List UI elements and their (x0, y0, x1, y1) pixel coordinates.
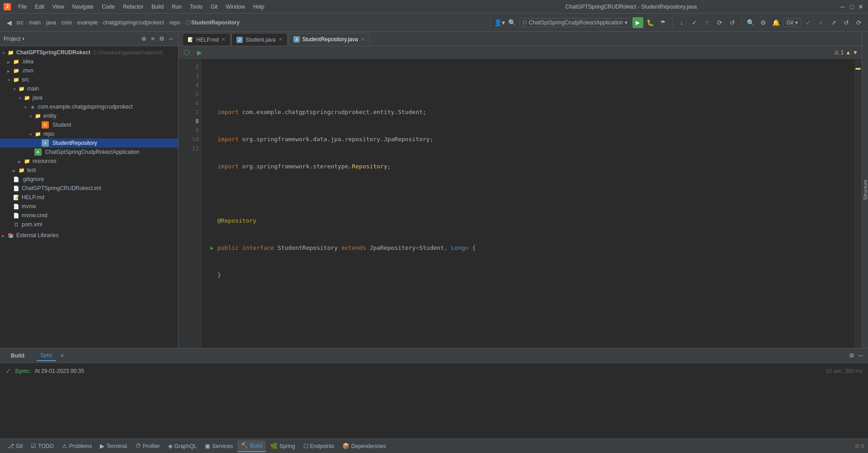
tree-item-app[interactable]: A ChatGptSpringCrudpRokectApplication (0, 148, 178, 157)
tree-item-iml[interactable]: 📄 ChatGPTSpringCRUDRokect.iml (0, 184, 178, 193)
warning-down-arrow[interactable]: ▼ (853, 49, 858, 56)
search-button[interactable]: 🔍 (745, 17, 756, 28)
tree-item-studentrepo[interactable]: I StudentRepository (0, 138, 178, 148)
breadcrumb-main[interactable]: main (29, 19, 41, 26)
vcs-dropdown[interactable]: ⬡ ChatGptSpringCrudpRokectApplication ▾ (519, 18, 631, 27)
bottom-spring-button[interactable]: 🌿 Spring (267, 440, 299, 452)
menu-item-window[interactable]: Window (222, 3, 249, 11)
revert-button[interactable]: ↺ (727, 17, 738, 28)
reload-btn[interactable]: ↺ (841, 17, 852, 28)
tab-studentrepo-close[interactable]: ✕ (361, 37, 365, 43)
menu-item-refactor[interactable]: Refactor (119, 3, 147, 11)
bottom-terminal-button[interactable]: ▶ Terminal (96, 440, 130, 452)
tree-item-repo[interactable]: 📁 repo (0, 129, 178, 138)
tree-item-idea[interactable]: 📁 .idea (0, 57, 178, 66)
build-close-icon[interactable]: ─ (857, 352, 864, 359)
bottom-profiler-button[interactable]: ⏱ Profiler (132, 440, 164, 452)
build-tab-close[interactable]: × (61, 353, 64, 359)
maximize-button[interactable]: □ (848, 3, 855, 10)
tree-item-package[interactable]: ◈ com.example.chatgptspringcrudprokect (0, 102, 178, 111)
tab-student-close[interactable]: ✕ (278, 37, 283, 43)
breadcrumb-java[interactable]: java (46, 19, 56, 26)
structure-btn[interactable]: ⬡ (182, 48, 191, 57)
structure-label[interactable]: Structure (862, 176, 868, 204)
checkmark2-button[interactable]: ✓ (816, 17, 826, 28)
tab-studentrepo[interactable]: J StudentRepository.java ✕ (288, 33, 370, 46)
tree-item-resources[interactable]: 📁 resources (0, 157, 178, 166)
menu-item-help[interactable]: Help (250, 3, 268, 11)
right-scrollbar[interactable] (854, 59, 862, 348)
breadcrumb-classname[interactable]: StudentRepository (191, 19, 240, 26)
settings-panel-icon[interactable]: ⚙ (158, 35, 165, 43)
bottom-services-button[interactable]: ▣ Services (201, 440, 236, 452)
tree-item-extlibs[interactable]: 📚 External Libraries (0, 231, 178, 240)
arrow-btn[interactable]: ↗ (828, 17, 839, 28)
tree-item-mvnw[interactable]: 📄 mvnw (0, 202, 178, 211)
build-tab-sync[interactable]: Sync (37, 350, 56, 361)
tree-item-java-folder[interactable]: 📁 java (0, 93, 178, 102)
breadcrumb-example[interactable]: example (77, 19, 98, 26)
tree-item-helpmd[interactable]: 📝 HELP.md (0, 193, 178, 202)
menu-item-navigate[interactable]: Navigate (69, 3, 97, 11)
breadcrumb-package[interactable]: chatgptspringcrudprokect (103, 19, 164, 26)
tree-item-root[interactable]: 📁 ChatGPTSpringCRUDRokect C:\Youtube\Egg… (0, 48, 178, 57)
breadcrumb-class[interactable]: ⬡ (186, 19, 190, 26)
git-dropdown[interactable]: Git ▾ (783, 18, 801, 27)
back-button[interactable]: ◀ (4, 17, 14, 28)
tree-item-mvnwcmd[interactable]: 📄 mvnw.cmd (0, 211, 178, 220)
menu-item-tools[interactable]: Tools (186, 3, 206, 11)
breadcrumb-repo[interactable]: repo (170, 19, 180, 26)
bottom-endpoints-button[interactable]: ⬡ Endpoints (300, 440, 338, 452)
collapse-icon[interactable]: ≡ (149, 35, 156, 43)
checkmark1-button[interactable]: ✓ (803, 17, 814, 28)
code-editor[interactable]: 2 3 4 5 6 7 8 9 10 11 import com.example… (179, 59, 862, 348)
bottom-build-button[interactable]: 🔨 Build (237, 440, 266, 452)
bottom-todo-button[interactable]: ☑ TODO (27, 440, 57, 452)
search-everywhere-button[interactable]: 🔍 (507, 17, 518, 28)
menu-item-code[interactable]: Code (98, 3, 118, 11)
tab-helpmd[interactable]: 📝 HELP.md ✕ (182, 33, 231, 46)
bottom-graphql-button[interactable]: ◈ GraphQL (165, 440, 200, 452)
tree-item-test[interactable]: 📁 test (0, 166, 178, 175)
tree-item-entity[interactable]: 📁 entity (0, 111, 178, 120)
settings-button[interactable]: ⚙ (758, 17, 769, 28)
breadcrumb-src[interactable]: src (16, 19, 24, 26)
tree-item-student[interactable]: C Student (0, 120, 178, 129)
sync-panel-icon[interactable]: ⊕ (140, 35, 147, 43)
breadcrumb-com[interactable]: com (61, 19, 72, 26)
debug-button[interactable]: 🐛 (645, 17, 656, 28)
warning-up-arrow[interactable]: ▲ (845, 49, 851, 56)
tab-student[interactable]: J Student.java ✕ (231, 33, 288, 46)
tree-item-mvn[interactable]: 📁 .mvn (0, 66, 178, 75)
project-dropdown[interactable]: ▾ (22, 36, 24, 41)
run-gutter-icon[interactable]: ▶ (210, 243, 213, 253)
profile-button[interactable]: 👤▾ (494, 17, 505, 28)
build-settings-icon[interactable]: ⚙ (848, 352, 855, 359)
code-content[interactable]: import com.example.chatgptspringcrudprok… (201, 59, 854, 348)
refresh-btn[interactable]: ⟳ (854, 17, 864, 28)
coverage-button[interactable]: ☂ (658, 17, 669, 28)
bottom-dependencies-button[interactable]: 📦 Dependencies (339, 440, 390, 452)
close-panel-icon[interactable]: ─ (167, 35, 175, 43)
tab-helpmd-close[interactable]: ✕ (222, 37, 226, 43)
menu-item-edit[interactable]: Edit (31, 3, 48, 11)
run-file-btn[interactable]: ▶ (195, 48, 204, 57)
close-button[interactable]: ✕ (857, 3, 864, 10)
tree-item-src[interactable]: 📁 src (0, 75, 178, 84)
bottom-problems-button[interactable]: ⚠ Problems (58, 440, 96, 452)
update-button[interactable]: ↓ (676, 17, 687, 28)
tree-item-main[interactable]: 📁 main (0, 84, 178, 93)
commit-button[interactable]: ✓ (689, 17, 700, 28)
tree-item-gitignore[interactable]: 📄 .gitignore (0, 175, 178, 184)
menu-item-run[interactable]: Run (168, 3, 185, 11)
menu-item-view[interactable]: View (49, 3, 68, 11)
tree-item-pomxml[interactable]: 🗋 pom.xml (0, 220, 178, 229)
history-button[interactable]: ⟳ (714, 17, 725, 28)
menu-item-git[interactable]: Git (207, 3, 221, 11)
notifications-button[interactable]: 🔔 (771, 17, 782, 28)
menu-item-build[interactable]: Build (148, 3, 167, 11)
run-button[interactable]: ▶ (632, 17, 643, 28)
menu-item-file[interactable]: File (14, 3, 30, 11)
push-button[interactable]: ↑ (702, 17, 712, 28)
minimize-button[interactable]: ─ (839, 3, 846, 10)
